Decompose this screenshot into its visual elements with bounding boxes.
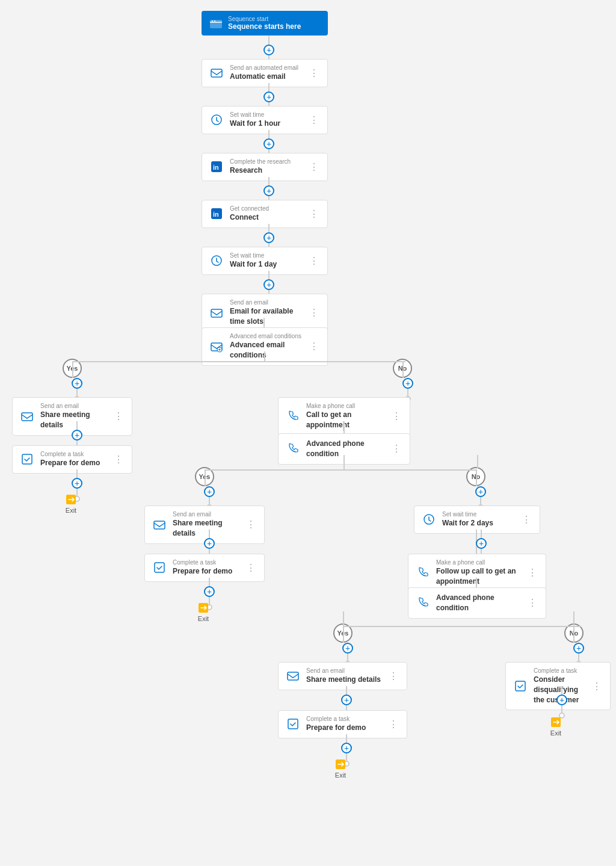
email-timeslots-menu[interactable]: ⋮ xyxy=(307,306,321,320)
wait-icon-1 xyxy=(208,111,225,128)
auto-email-text: Send an automated email Automatic email xyxy=(230,64,302,82)
wait-icon-2 xyxy=(208,252,225,269)
auto-email-title: Automatic email xyxy=(230,72,302,82)
l2-adv-phone-text: Advanced phone condition xyxy=(436,593,520,613)
add-l3-yes[interactable]: + xyxy=(342,643,353,654)
add-step-6[interactable]: + xyxy=(263,279,274,290)
add-step-5[interactable]: + xyxy=(263,232,274,243)
add-l2-yes-2[interactable]: + xyxy=(204,538,215,549)
auto-email-menu[interactable]: ⋮ xyxy=(307,66,321,80)
add-l3-no-2[interactable]: + xyxy=(556,694,567,705)
add-step-2[interactable]: + xyxy=(263,91,274,102)
right-call-menu[interactable]: ⋮ xyxy=(389,409,404,423)
connector-7 xyxy=(263,318,265,327)
add-l2-yes[interactable]: + xyxy=(204,486,215,497)
add-yes-1[interactable]: + xyxy=(72,378,82,389)
research-text: Complete the research Research xyxy=(230,158,302,176)
email-icon-left xyxy=(19,408,35,425)
l3-no-exit-label: Exit xyxy=(550,729,561,737)
research-menu[interactable]: ⋮ xyxy=(307,160,321,174)
l3-yes-exit-label: Exit xyxy=(335,772,346,779)
svg-rect-0 xyxy=(210,20,222,28)
start-icon xyxy=(209,16,223,31)
right-call-text: Make a phone call Call to get an appoint… xyxy=(306,403,384,430)
adv-email-cond-menu[interactable]: ⋮ xyxy=(307,339,321,353)
wait-icon-l2 xyxy=(420,511,437,528)
adv-phone-icon xyxy=(285,441,301,457)
svg-point-2 xyxy=(214,20,215,22)
add-left-2[interactable]: + xyxy=(72,430,82,441)
l3-share-meeting-label: Send an email xyxy=(306,667,381,675)
adv-email-cond-title: Advanced email conditions xyxy=(230,340,302,360)
left-share-meeting-label: Send an email xyxy=(40,403,106,410)
add-l3-yes-2[interactable]: + xyxy=(341,694,352,705)
adv-phone-icon-l2 xyxy=(414,595,431,611)
add-l2-no-2[interactable]: + xyxy=(476,538,487,549)
email-timeslots-text: Send an email Email for available time s… xyxy=(230,299,302,327)
wait-1hr-label: Set wait time xyxy=(230,111,302,119)
l3-share-meeting-menu[interactable]: ⋮ xyxy=(386,669,401,683)
l2-followup-call-menu[interactable]: ⋮ xyxy=(525,566,540,580)
add-step-1[interactable]: + xyxy=(263,45,274,55)
left-prepare-demo-text: Complete a task Prepare for demo xyxy=(40,451,106,468)
add-l2-yes-3[interactable]: + xyxy=(204,586,215,597)
adv-phone-cond-text: Advanced phone condition xyxy=(306,439,384,459)
svg-rect-16 xyxy=(154,521,165,529)
l2-wait-2days-text: Set wait time Wait for 2 days xyxy=(442,511,514,528)
start-label: Sequence start xyxy=(228,16,301,22)
wait-1day-title: Wait for 1 day xyxy=(230,259,302,270)
l2-exit: Exit xyxy=(197,602,209,622)
left-prepare-demo-label: Complete a task xyxy=(40,451,106,458)
add-l3-no[interactable]: + xyxy=(573,643,584,654)
l3-disqualify-menu[interactable]: ⋮ xyxy=(590,679,604,693)
l3-prepare-demo-menu[interactable]: ⋮ xyxy=(386,717,401,731)
l2-followup-call-text: Make a phone call Follow up call to get … xyxy=(436,559,520,587)
research-title: Research xyxy=(230,165,302,176)
l3-disqualify-label: Complete a task xyxy=(534,667,585,675)
left-exit-label-1: Exit xyxy=(66,507,76,514)
wait-1hr-menu[interactable]: ⋮ xyxy=(307,113,321,127)
l3-yes-exit: Exit xyxy=(334,758,346,779)
l2-adv-phone-node: Advanced phone condition ⋮ xyxy=(408,587,546,619)
svg-rect-21 xyxy=(516,681,525,691)
add-step-4[interactable]: + xyxy=(263,185,274,196)
l2-share-meeting-label: Send an email xyxy=(173,511,239,518)
wait-1hr-text: Set wait time Wait for 1 hour xyxy=(230,111,302,129)
add-step-3[interactable]: + xyxy=(263,138,274,149)
right-call-title: Call to get an appointment xyxy=(306,410,384,430)
l2-prepare-demo-label: Complete a task xyxy=(173,559,239,566)
l2-share-meeting-menu[interactable]: ⋮ xyxy=(244,518,258,531)
l2-adv-phone-title: Advanced phone condition xyxy=(436,593,520,613)
research-label: Complete the research xyxy=(230,158,302,165)
email-icon-l3 xyxy=(285,667,301,684)
add-no-1[interactable]: + xyxy=(402,378,413,389)
phone-icon-1 xyxy=(285,408,301,425)
l2-followup-call-title: Follow up call to get an appointment xyxy=(436,566,520,587)
sequence-start-node: Sequence start Sequence starts here xyxy=(202,11,328,36)
add-left-3[interactable]: + xyxy=(72,478,82,489)
svg-text:in: in xyxy=(213,211,219,218)
connect-title: Connect xyxy=(230,212,302,223)
l2-wait-2days-menu[interactable]: ⋮ xyxy=(519,513,534,527)
l2-followup-call-label: Make a phone call xyxy=(436,559,520,566)
l3-no-connector-2: + xyxy=(556,686,567,719)
email-timeslots-title: Email for available time slots xyxy=(230,306,302,327)
left-share-meeting-menu[interactable]: ⋮ xyxy=(111,409,126,423)
wait-1hr-title: Wait for 1 hour xyxy=(230,119,302,129)
wait-1day-menu[interactable]: ⋮ xyxy=(307,254,321,268)
adv-phone-cond-menu[interactable]: ⋮ xyxy=(389,442,404,456)
wait-1day-label: Set wait time xyxy=(230,252,302,259)
connect-menu[interactable]: ⋮ xyxy=(307,207,321,221)
connect-text: Get connected Connect xyxy=(230,205,302,223)
l2-adv-phone-menu[interactable]: ⋮ xyxy=(525,596,540,610)
adv-email-cond-label: Advanced email conditions xyxy=(230,333,302,340)
svg-rect-18 xyxy=(155,563,164,572)
add-l2-no[interactable]: + xyxy=(475,486,486,497)
left-prepare-demo-menu[interactable]: ⋮ xyxy=(111,453,126,466)
l2-prepare-demo-menu[interactable]: ⋮ xyxy=(244,561,258,575)
add-l3-yes-3[interactable]: + xyxy=(341,743,352,753)
start-title: Sequence starts here xyxy=(228,22,301,31)
email-icon-l2 xyxy=(151,516,168,533)
email-icon-2 xyxy=(208,305,225,321)
l2-prepare-demo-title: Prepare for demo xyxy=(173,566,239,577)
